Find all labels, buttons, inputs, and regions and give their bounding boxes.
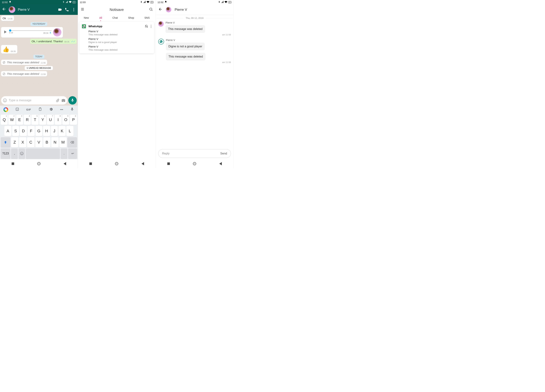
back-button[interactable] (142, 162, 144, 165)
home-button[interactable] (193, 162, 196, 165)
gif-button[interactable]: GIF (26, 108, 31, 111)
emoji-key[interactable] (19, 148, 25, 159)
recents-button[interactable] (167, 163, 170, 165)
deleted-message[interactable]: This message was deleted 11:56 (1, 60, 47, 65)
svg-rect-14 (40, 108, 41, 108)
message-bubble-out[interactable]: Ok, I understand. Thanks! 09:35 ✓✓ (30, 39, 77, 44)
video-call-icon[interactable] (58, 7, 62, 12)
key-i[interactable]: I8 (55, 115, 62, 125)
search-icon[interactable] (149, 7, 153, 12)
key-a[interactable]: A (4, 126, 12, 136)
back-button[interactable] (64, 162, 66, 165)
attach-icon[interactable] (56, 98, 60, 102)
key-m[interactable]: M (59, 137, 67, 147)
tabs: New All Chat Shop SNS (78, 15, 156, 22)
more-icon[interactable] (72, 7, 76, 12)
tab-chat[interactable]: Chat (112, 16, 118, 19)
back-icon[interactable] (2, 7, 6, 12)
key-g[interactable]: G (35, 126, 43, 136)
key-d[interactable]: D (20, 126, 27, 136)
google-icon[interactable] (3, 107, 8, 112)
recents-button[interactable] (89, 163, 92, 165)
notif-body: Digne is not a good player (88, 41, 152, 43)
key-z[interactable]: Z (11, 137, 18, 147)
key-x[interactable]: X (19, 137, 26, 147)
reply-input[interactable]: Reply Send (158, 149, 231, 158)
key-v[interactable]: V (35, 137, 43, 147)
key-y[interactable]: Y6 (39, 115, 46, 125)
enter-key[interactable] (68, 148, 77, 159)
settings-icon[interactable] (49, 107, 53, 112)
key-j[interactable]: J (51, 126, 58, 136)
card-more-icon[interactable] (151, 25, 152, 28)
key-c[interactable]: C (27, 137, 34, 147)
backspace-key[interactable] (67, 137, 77, 147)
comma-key[interactable]: , (11, 148, 18, 159)
home-button[interactable] (115, 162, 118, 165)
key-k[interactable]: K (58, 126, 66, 136)
tab-sns[interactable]: SNS (144, 16, 150, 19)
message-box[interactable]: Digne is not a good player (166, 43, 205, 50)
contact-avatar[interactable] (166, 7, 171, 12)
clipboard-icon[interactable] (38, 107, 42, 112)
back-icon[interactable] (158, 7, 163, 12)
key-f[interactable]: F (28, 126, 35, 136)
deleted-message[interactable]: This message was deleted 11:59 (1, 71, 47, 76)
audio-track[interactable]: 0:19 09:34 (9, 30, 52, 35)
key-e[interactable]: E3 (16, 115, 23, 125)
key-t[interactable]: T5 (31, 115, 38, 125)
sender-avatar (158, 21, 164, 27)
voice-call-icon[interactable] (65, 7, 69, 12)
key-b[interactable]: B (43, 137, 50, 147)
audio-message[interactable]: 0:19 09:34 (1, 27, 63, 37)
audio-scrubber[interactable] (9, 29, 11, 32)
message-bubble[interactable]: Ok 13:35 (1, 16, 14, 21)
symbols-key[interactable]: ?123 (1, 148, 10, 159)
tab-new[interactable]: New (84, 16, 89, 19)
key-o[interactable]: O9 (62, 115, 69, 125)
notification-item[interactable]: Pierre V This message was deleted (88, 45, 152, 51)
svg-point-15 (20, 152, 24, 155)
tab-shop[interactable]: Shop (128, 16, 134, 19)
record-voice-button[interactable] (68, 96, 77, 104)
more-dots[interactable]: ••• (60, 108, 63, 111)
key-n[interactable]: N (51, 137, 58, 147)
emoji-icon[interactable] (3, 98, 7, 102)
message-box[interactable]: This message was deleted (166, 25, 205, 33)
recents-button[interactable] (12, 163, 14, 165)
message-input[interactable]: Type a message (1, 96, 67, 104)
phone-notisave-detail: 12:02 84 Pierre V Thu, 09 12, 2019 Pierr… (156, 0, 234, 168)
key-l[interactable]: L (66, 126, 73, 136)
message-box[interactable]: This message was deleted (166, 53, 205, 60)
key-r[interactable]: R4 (24, 115, 31, 125)
contact-avatar[interactable] (9, 6, 15, 13)
svg-point-0 (73, 8, 74, 9)
shift-key[interactable] (1, 137, 10, 147)
home-button[interactable] (37, 162, 41, 165)
notification-item[interactable]: Pierre V Digne is not a good player (88, 37, 152, 43)
voice-input-icon[interactable] (70, 107, 74, 112)
notification-item[interactable]: Pierre V This message was deleted (88, 30, 152, 36)
key-s[interactable]: S (12, 126, 19, 136)
notification-card[interactable]: WhatsApp Pierre V This message was delet… (79, 22, 154, 53)
spacebar-key[interactable] (26, 148, 60, 159)
key-h[interactable]: H (43, 126, 50, 136)
period-key[interactable]: . (61, 148, 67, 159)
camera-icon[interactable] (62, 98, 65, 102)
back-button[interactable] (219, 162, 222, 165)
send-button[interactable]: Send (220, 152, 227, 155)
key-q[interactable]: Q1 (1, 115, 8, 125)
message-bubble[interactable]: 👍 09:35 (1, 45, 17, 54)
key-u[interactable]: U7 (47, 115, 54, 125)
mute-icon[interactable] (145, 24, 148, 28)
sticker-icon[interactable] (15, 107, 19, 112)
tab-all[interactable]: All (99, 16, 102, 19)
hamburger-icon[interactable] (81, 7, 85, 12)
svg-point-7 (3, 99, 6, 102)
contact-name[interactable]: Pierre V (18, 8, 30, 12)
date-separator: Thu, 09 12, 2019 (156, 15, 233, 21)
chat-area[interactable]: Ok 13:35 YESTERDAY 0:19 09:34 Ok, I unde… (0, 15, 78, 95)
key-p[interactable]: P0 (70, 115, 77, 125)
play-icon[interactable] (3, 29, 8, 35)
key-w[interactable]: W2 (8, 115, 15, 125)
